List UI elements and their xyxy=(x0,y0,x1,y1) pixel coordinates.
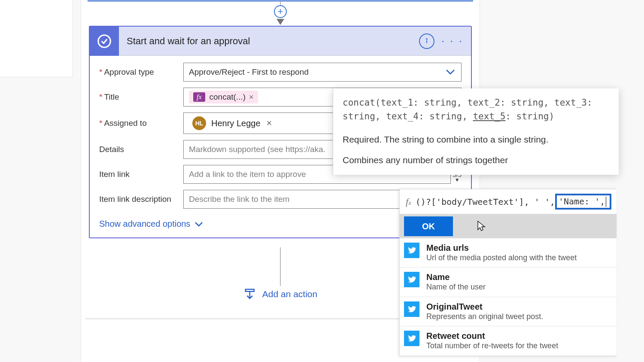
more-menu-button[interactable]: · · · xyxy=(441,34,463,48)
twitter-icon xyxy=(404,331,419,346)
insert-step-button[interactable]: + xyxy=(274,5,287,18)
arrow-down-icon xyxy=(276,19,284,25)
token-text: concat(...) xyxy=(210,92,246,102)
item-desc: Url of the media posted along with the t… xyxy=(426,253,577,263)
info-button[interactable] xyxy=(419,33,434,49)
show-advanced-label: Show advanced options xyxy=(99,219,190,229)
card-header[interactable]: Start and wait for an approval · · · xyxy=(90,27,471,56)
approval-type-select[interactable]: Approve/Reject - First to respond xyxy=(183,63,462,82)
assigned-to-label: Assigned to xyxy=(99,119,183,128)
show-advanced-toggle[interactable]: Show advanced options xyxy=(99,219,203,229)
person-remove-icon[interactable]: × xyxy=(267,118,272,129)
function-tooltip: concat(text_1: string, text_2: string, t… xyxy=(333,88,619,175)
twitter-icon xyxy=(404,301,419,317)
expression-input[interactable]: ()?['body/TweetText'], ' ', 'Name: ', xyxy=(416,194,617,210)
item-desc: Represents an original tweet post. xyxy=(426,312,543,322)
approval-icon xyxy=(90,27,119,56)
param-description: Required. The string to combine into a s… xyxy=(343,134,609,145)
details-label: Details xyxy=(99,145,183,154)
item-title: Name xyxy=(426,272,486,282)
chevron-down-icon xyxy=(194,219,203,229)
item-desc: Total number of re-tweets for the tweet xyxy=(426,341,558,351)
item-title: OriginalTweet xyxy=(426,301,543,312)
item-link-desc-label: Item link description xyxy=(99,195,183,204)
function-description: Combines any number of strings together xyxy=(343,155,609,165)
expression-panel: fx ()?['body/TweetText'], ' ', 'Name: ',… xyxy=(399,189,617,356)
twitter-icon xyxy=(404,243,419,258)
svg-point-0 xyxy=(98,35,111,47)
dynamic-content-list: Media urls Url of the media posted along… xyxy=(400,238,617,356)
add-action-button[interactable]: Add an action xyxy=(243,288,317,301)
stepper-down-icon[interactable]: ▼ xyxy=(455,178,460,182)
ok-row: OK xyxy=(400,214,617,238)
item-title: Media urls xyxy=(426,243,577,253)
title-label: Title xyxy=(99,92,183,102)
person-token[interactable]: HL Henry Legge × xyxy=(189,115,275,132)
ok-button[interactable]: OK xyxy=(404,216,453,236)
item-desc: Name of the user xyxy=(426,282,486,292)
expression-highlight: 'Name: ', xyxy=(555,194,611,210)
fx-icon: fx xyxy=(406,196,411,207)
left-column-stub xyxy=(0,0,73,77)
chevron-down-icon xyxy=(446,67,455,77)
svg-rect-3 xyxy=(246,289,254,292)
connector-line xyxy=(280,247,281,286)
avatar: HL xyxy=(192,116,206,130)
approval-type-value: Approve/Reject - First to respond xyxy=(189,67,309,77)
function-signature: concat(text_1: string, text_2: string, t… xyxy=(343,96,609,123)
item-link-label: Item link xyxy=(99,170,183,179)
dynamic-item-name[interactable]: Name Name of the user xyxy=(400,268,617,297)
item-title: Retweet count xyxy=(426,331,558,341)
approval-type-label: Approval type xyxy=(99,67,183,77)
token-remove-icon[interactable]: × xyxy=(249,93,254,102)
twitter-icon xyxy=(404,272,419,287)
mouse-cursor-icon xyxy=(477,220,486,234)
dynamic-item-media-urls[interactable]: Media urls Url of the media posted along… xyxy=(400,238,617,268)
svg-point-2 xyxy=(426,38,427,39)
dynamic-item-retweet-count[interactable]: Retweet count Total number of re-tweets … xyxy=(400,326,617,356)
expression-input-row[interactable]: fx ()?['body/TweetText'], ' ', 'Name: ', xyxy=(400,189,617,214)
add-action-label: Add an action xyxy=(262,289,317,299)
fx-icon: fx xyxy=(193,92,205,102)
dynamic-item-originaltweet[interactable]: OriginalTweet Represents an original twe… xyxy=(400,297,617,326)
person-name: Henry Legge xyxy=(211,119,261,128)
concat-token[interactable]: fx concat(...) × xyxy=(189,91,258,103)
card-title: Start and wait for an approval xyxy=(127,36,413,47)
